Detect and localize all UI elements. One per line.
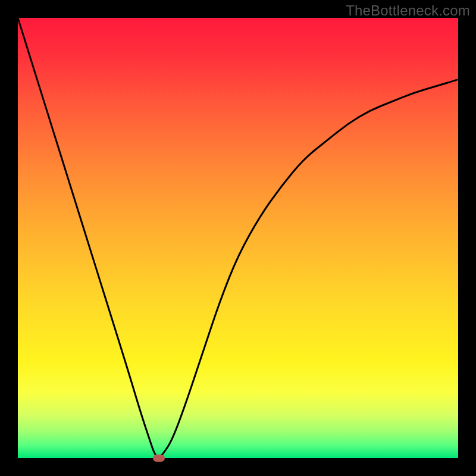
chart-plot-area xyxy=(18,18,458,458)
chart-frame: TheBottleneck.com xyxy=(0,0,476,476)
watermark-text: TheBottleneck.com xyxy=(346,2,470,19)
bottleneck-curve-path xyxy=(18,18,458,457)
minimum-marker xyxy=(153,455,165,462)
bottleneck-curve xyxy=(18,18,458,458)
